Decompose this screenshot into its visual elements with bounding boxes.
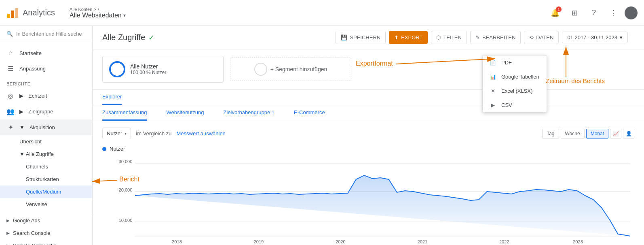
help-button[interactable]: ? bbox=[586, 5, 602, 21]
segments-bar: Alle Nutzer 100,00 % Nutzer + Segment hi… bbox=[93, 49, 644, 89]
chevron-down-icon: ▾ bbox=[620, 34, 623, 40]
subtab-zusammenfassung[interactable]: Zusammenfassung bbox=[102, 105, 147, 121]
edit-icon: ✎ bbox=[475, 34, 480, 40]
sidebar-item-label: ▶ bbox=[19, 109, 23, 115]
sidebar-echtzeit-label: Echtzeit bbox=[28, 93, 47, 99]
svg-text:10.000: 10.000 bbox=[118, 218, 132, 223]
segment-info: Alle Nutzer 100,00 % Nutzer bbox=[130, 63, 166, 75]
export-google-tabellen-item[interactable]: 📊 Google Tabellen bbox=[483, 70, 547, 84]
customize-icon: ☰ bbox=[6, 65, 15, 72]
verified-icon: ✓ bbox=[148, 33, 154, 42]
legend-dot bbox=[102, 147, 106, 151]
line-chart-button[interactable]: 📈 bbox=[610, 129, 621, 138]
akquisition-icon: ✦ bbox=[6, 124, 15, 131]
sidebar-item-zielgruppe[interactable]: 👥 ▶ Zielgruppe bbox=[0, 104, 92, 119]
search-input[interactable] bbox=[16, 31, 86, 37]
metric-link[interactable]: Messwert auswählen bbox=[176, 130, 225, 136]
account-name[interactable]: Alle Websitedaten ▾ bbox=[70, 12, 126, 19]
svg-text:20.000: 20.000 bbox=[118, 187, 132, 192]
sidebar-item-label: Anpassung bbox=[19, 66, 46, 72]
chart-type-buttons: Tag Woche Monat 📈 👤 bbox=[542, 129, 634, 138]
day-button[interactable]: Tag bbox=[542, 129, 559, 138]
data-icon: ⟲ bbox=[529, 34, 534, 40]
tab-explorer[interactable]: Explorer bbox=[102, 89, 122, 105]
zielgruppe-icon: 👥 bbox=[6, 108, 15, 115]
svg-rect-2 bbox=[15, 8, 18, 18]
sidebar-item-startseite[interactable]: ⌂ Startseite bbox=[0, 45, 92, 61]
chart-controls: Nutzer ▾ im Vergleich zu Messwert auswäh… bbox=[102, 128, 634, 139]
help-icon: ? bbox=[592, 9, 596, 17]
svg-rect-1 bbox=[11, 11, 14, 18]
export-pdf-item[interactable]: 📄 PDF bbox=[483, 55, 547, 70]
export-excel-item[interactable]: ✕ Excel (XLSX) bbox=[483, 84, 547, 98]
sidebar-item-anpassung[interactable]: ☰ Anpassung bbox=[0, 61, 92, 77]
account-dropdown-arrow: ▾ bbox=[123, 13, 126, 18]
svg-text:2021: 2021 bbox=[417, 239, 427, 244]
comparison-text: im Vergleich zu bbox=[136, 130, 171, 136]
analytics-logo-icon bbox=[6, 6, 19, 19]
csv-icon: ▶ bbox=[489, 102, 496, 108]
chevron-right-icon: ▶ bbox=[6, 243, 10, 245]
svg-rect-0 bbox=[7, 14, 10, 18]
echtzeit-icon: ◎ bbox=[6, 92, 15, 100]
share-icon: ⬡ bbox=[436, 34, 441, 40]
sidebar-sub-quelle-medium[interactable]: Quelle/Medium bbox=[0, 185, 92, 198]
breadcrumb: Alle Konten > › — bbox=[70, 7, 126, 12]
notification-button[interactable]: 🔔 1 bbox=[547, 5, 563, 21]
export-icon: ⬆ bbox=[394, 34, 399, 40]
sidebar-akquisition-label: Akquisition bbox=[30, 124, 55, 130]
sidebar-item-label: Startseite bbox=[19, 50, 42, 56]
logo-text: Analytics bbox=[23, 8, 55, 17]
home-icon: ⌂ bbox=[6, 49, 15, 57]
page-title: Alle Zugriffe ✓ bbox=[102, 33, 154, 42]
sheets-icon: 📊 bbox=[489, 74, 496, 80]
save-button[interactable]: 💾 SPEICHERN bbox=[336, 31, 386, 44]
export-csv-item[interactable]: ▶ CSV bbox=[483, 98, 547, 112]
sidebar-sub-strukturkarten[interactable]: Strukturkarten bbox=[0, 173, 92, 185]
view-tabs: Explorer bbox=[93, 89, 644, 105]
export-button[interactable]: ⬆ EXPORT bbox=[389, 31, 428, 44]
sidebar-item-soziale-netzwerke[interactable]: ▶ Soziale Netzwerke bbox=[0, 239, 92, 245]
sidebar-item-google-ads[interactable]: ▶ Google Ads bbox=[0, 214, 92, 227]
sidebar-sub-verweise[interactable]: Verweise bbox=[0, 198, 92, 211]
week-button[interactable]: Woche bbox=[561, 129, 585, 138]
edit-button[interactable]: ✎ BEARBEITEN bbox=[470, 31, 521, 44]
avatar[interactable] bbox=[625, 6, 638, 19]
chevron-right-icon: ▶ bbox=[6, 218, 10, 223]
sidebar-zielgruppe-label: Zielgruppe bbox=[28, 109, 53, 115]
chart-legend: Nutzer bbox=[102, 146, 634, 152]
chevron-down-icon: ▾ bbox=[125, 131, 127, 136]
subtab-websitenutzung[interactable]: Websitenutzung bbox=[167, 105, 204, 121]
chart-area: Nutzer ▾ im Vergleich zu Messwert auswäh… bbox=[93, 121, 644, 245]
data-button[interactable]: ⟲ DATEN bbox=[524, 31, 559, 44]
sidebar-sub-channels[interactable]: Channels bbox=[0, 160, 92, 173]
excel-icon: ✕ bbox=[489, 88, 496, 94]
sidebar-sub-alle-zugriffe[interactable]: ▼ Alle Zugriffe bbox=[0, 148, 92, 160]
sidebar-item-label: ▼ bbox=[19, 124, 25, 130]
metric-selector[interactable]: Nutzer ▾ bbox=[102, 128, 131, 139]
segment-card-all-users: Alle Nutzer 100,00 % Nutzer bbox=[102, 56, 224, 83]
grid-button[interactable]: ⊞ bbox=[566, 5, 583, 21]
search-icon: 🔍 bbox=[6, 31, 13, 37]
sidebar-sub-uebersicht[interactable]: Übersicht bbox=[0, 135, 92, 148]
logo-area: Analytics bbox=[6, 6, 63, 19]
bar-chart-button[interactable]: 👤 bbox=[623, 129, 634, 138]
segment-pct: 100,00 % Nutzer bbox=[130, 70, 166, 75]
sidebar-item-echtzeit[interactable]: ◎ ▶ Echtzeit bbox=[0, 88, 92, 104]
more-button[interactable]: ⋮ bbox=[605, 5, 621, 21]
subtab-ecommerce[interactable]: E-Commerce bbox=[294, 105, 325, 121]
app-body: 🔍 ⌂ Startseite ☰ Anpassung BERICHTE ◎ ▶ … bbox=[0, 26, 644, 245]
chart-svg: 30.000 20.000 10.000 2018 2019 2020 2021… bbox=[102, 155, 634, 244]
sidebar-item-search-console[interactable]: ▶ Search Console bbox=[0, 227, 92, 239]
subtab-zielvorhabengruppe[interactable]: Zielvorhabengruppe 1 bbox=[224, 105, 274, 121]
subtabs: Zusammenfassung Websitenutzung Zielvorha… bbox=[93, 105, 644, 121]
add-segment-button[interactable]: + Segment hinzufügen bbox=[230, 58, 351, 81]
header-icons: 🔔 1 ⊞ ? ⋮ bbox=[547, 5, 638, 21]
top-header: Analytics Alle Konten > › — Alle Website… bbox=[0, 0, 644, 26]
date-range-button[interactable]: 01.2017 - 30.11.2023 ▾ bbox=[562, 32, 628, 43]
sidebar-item-akquisition[interactable]: ✦ ▼ Akquisition bbox=[0, 119, 92, 135]
segment-name: Alle Nutzer bbox=[130, 63, 166, 70]
month-button[interactable]: Monat bbox=[586, 129, 608, 138]
share-button[interactable]: ⬡ TEILEN bbox=[431, 31, 467, 44]
svg-text:2020: 2020 bbox=[336, 239, 346, 244]
